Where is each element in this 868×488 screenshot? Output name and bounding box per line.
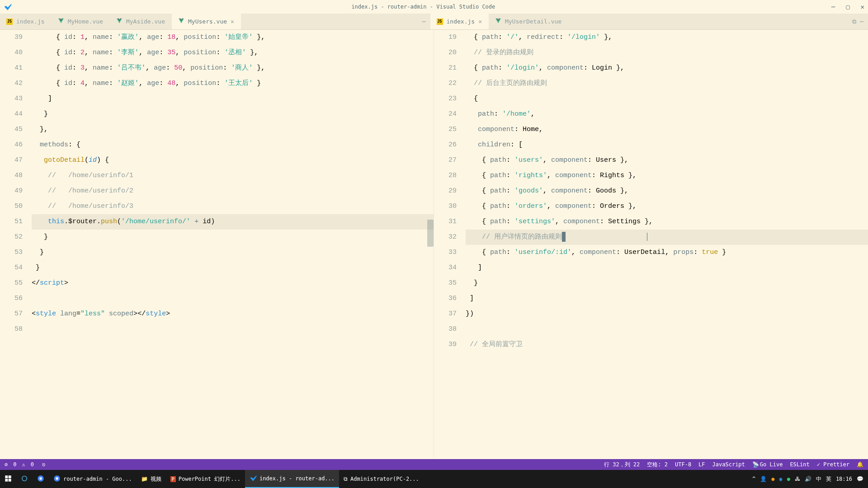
code-line[interactable]: { id: 4, name: '赵姬', age: 48, position: … (32, 76, 434, 91)
eol[interactable]: LF (698, 461, 705, 468)
taskbar-label: Administrator(PC-2... (350, 476, 419, 482)
code-line[interactable]: { path: '/login', component: Login }, (466, 61, 868, 76)
close-tab-icon[interactable]: ✕ (231, 18, 234, 25)
taskbar-item[interactable] (16, 470, 33, 488)
editor-split: 3940414243444546474849505152535455565758… (0, 30, 868, 459)
code-line[interactable]: // 登录的路由规则 (466, 45, 868, 61)
code-line[interactable]: } (32, 245, 434, 260)
tray-volume-icon[interactable]: 🔊 (805, 476, 811, 482)
code-line[interactable]: { path: 'settings', component: Settings … (466, 214, 868, 230)
code-line[interactable]: // 用户详情页的路由规则 (466, 230, 868, 245)
taskbar-item[interactable] (33, 470, 49, 488)
code-line[interactable]: { (466, 91, 868, 107)
code-line[interactable]: // 全局前置守卫 (466, 337, 868, 352)
code-line[interactable]: }, (32, 122, 434, 137)
lines-right[interactable]: { path: '/', redirect: '/login' }, // 登录… (466, 30, 868, 459)
code-line[interactable]: path: '/home', (466, 107, 868, 122)
code-line[interactable]: // 后台主页的路由规则 (466, 76, 868, 91)
action-center-icon[interactable]: 💬 (857, 476, 863, 482)
taskbar-item[interactable]: router-admin - Goo... (49, 470, 137, 488)
go-live[interactable]: 📡Go Live (752, 461, 783, 468)
more-icon[interactable]: ⋯ (860, 18, 863, 25)
scrollbar-thumb[interactable] (427, 220, 434, 247)
line-number: 46 (0, 137, 23, 153)
tray-blue-icon[interactable]: ◉ (779, 476, 782, 482)
code-line[interactable]: } (32, 107, 434, 122)
tab-myaside-vue[interactable]: MyAside.vue (110, 14, 172, 29)
code-line[interactable]: // /home/userinfo/3 (32, 199, 434, 214)
warnings-icon[interactable]: ⚠ (22, 461, 25, 468)
code-line[interactable]: </script> (32, 276, 434, 291)
code-line[interactable] (32, 291, 434, 306)
ime-lang1[interactable]: 中 (816, 475, 821, 483)
code-line[interactable] (32, 322, 434, 337)
code-line[interactable]: } (466, 276, 868, 291)
encoding[interactable]: UTF-8 (675, 461, 691, 468)
tray-people-icon[interactable]: 👤 (760, 476, 767, 482)
cursor-position[interactable]: 行 32，列 22 (604, 461, 640, 469)
tab-index-js[interactable]: JSindex.js (0, 14, 52, 29)
code-line[interactable]: this.$router.push('/home/userinfo/' + id… (32, 214, 434, 230)
code-area-left[interactable]: 3940414243444546474849505152535455565758… (0, 30, 434, 459)
code-line[interactable]: children: [ (466, 137, 868, 153)
code-line[interactable]: ] (466, 291, 868, 306)
code-line[interactable]: <style lang="less" scoped></style> (32, 306, 434, 322)
warnings-count[interactable]: 0 (31, 461, 34, 468)
taskbar-item[interactable]: 📁视频 (137, 470, 166, 488)
code-line[interactable]: ] (32, 91, 434, 107)
line-number: 26 (434, 137, 457, 153)
code-line[interactable]: component: Home, (466, 122, 868, 137)
code-line[interactable]: { path: 'orders', component: Orders }, (466, 199, 868, 214)
code-line[interactable]: { path: 'users', component: Users }, (466, 153, 868, 168)
close-tab-icon[interactable]: ✕ (478, 18, 482, 25)
errors-count[interactable]: 0 (13, 461, 16, 468)
titlebar: index.js - router-admin - Visual Studio … (0, 0, 868, 14)
code-line[interactable] (466, 322, 868, 337)
code-line[interactable]: ] (466, 260, 868, 276)
taskbar-item[interactable]: ⧉Administrator(PC-2... (339, 470, 424, 488)
tray-orange-icon[interactable]: ● (771, 476, 774, 482)
code-line[interactable]: { id: 2, name: '李斯', age: 35, position: … (32, 45, 434, 61)
language-mode[interactable]: JavaScript (712, 461, 745, 468)
taskbar-item[interactable]: index.js - router-ad... (245, 470, 339, 488)
ime-lang2[interactable]: 英 (826, 475, 831, 483)
code-line[interactable]: { path: 'userinfo/:id', component: UserD… (466, 245, 868, 260)
tab-myuserdetail-vue[interactable]: MyUserDetail.vue (489, 14, 568, 29)
code-line[interactable]: // /home/userinfo/2 (32, 183, 434, 199)
tray-up-icon[interactable]: ^ (752, 476, 755, 482)
indentation[interactable]: 空格: 2 (647, 461, 668, 469)
clock[interactable]: 18:16 (836, 476, 852, 482)
code-line[interactable]: }) (466, 306, 868, 322)
code-line[interactable]: } (32, 260, 434, 276)
system-tray: ^ 👤 ● ◉ ● 🖧 🔊 中 英 18:16 💬 (748, 475, 868, 483)
code-line[interactable]: methods: { (32, 137, 434, 153)
code-line[interactable]: { path: '/', redirect: '/login' }, (466, 30, 868, 45)
eslint-status[interactable]: ESLint (790, 461, 809, 468)
maximize-button[interactable]: ▢ (846, 3, 849, 10)
tab-myusers-vue[interactable]: MyUsers.vue✕ (172, 14, 241, 29)
code-line[interactable]: // /home/userinfo/1 (32, 168, 434, 183)
code-line[interactable]: { id: 1, name: '嬴政', age: 18, position: … (32, 30, 434, 45)
port-icon[interactable]: ⎋ (42, 461, 45, 468)
taskbar-label: 视频 (151, 475, 161, 483)
prettier-status[interactable]: ✓ Prettier (817, 461, 849, 468)
code-line[interactable]: { path: 'goods', component: Goods }, (466, 183, 868, 199)
tray-green-icon[interactable]: ● (787, 476, 790, 482)
code-line[interactable]: } (32, 230, 434, 245)
more-icon[interactable]: ⋯ (422, 18, 426, 25)
code-line[interactable]: { path: 'rights', component: Rights }, (466, 168, 868, 183)
close-button[interactable]: ✕ (861, 3, 864, 10)
tray-network-icon[interactable]: 🖧 (795, 476, 800, 482)
code-line[interactable]: { id: 3, name: '吕不韦', age: 50, position:… (32, 61, 434, 76)
code-line[interactable]: gotoDetail(id) { (32, 153, 434, 168)
lines-left[interactable]: { id: 1, name: '嬴政', age: 18, position: … (32, 30, 434, 459)
split-editor-icon[interactable]: ⧉ (852, 18, 856, 25)
taskbar-item[interactable]: PPowerPoint 幻灯片... (166, 470, 245, 488)
minimize-button[interactable]: ─ (831, 3, 835, 10)
tab-myhome-vue[interactable]: MyHome.vue (52, 14, 110, 29)
errors-icon[interactable]: ⊘ (5, 461, 8, 468)
code-area-right[interactable]: 1920212223242526272829303132333435363738… (434, 30, 868, 459)
tab-index-js[interactable]: JSindex.js✕ (430, 14, 489, 29)
notifications-icon[interactable]: 🔔 (857, 461, 863, 468)
taskbar-item[interactable] (0, 470, 16, 488)
